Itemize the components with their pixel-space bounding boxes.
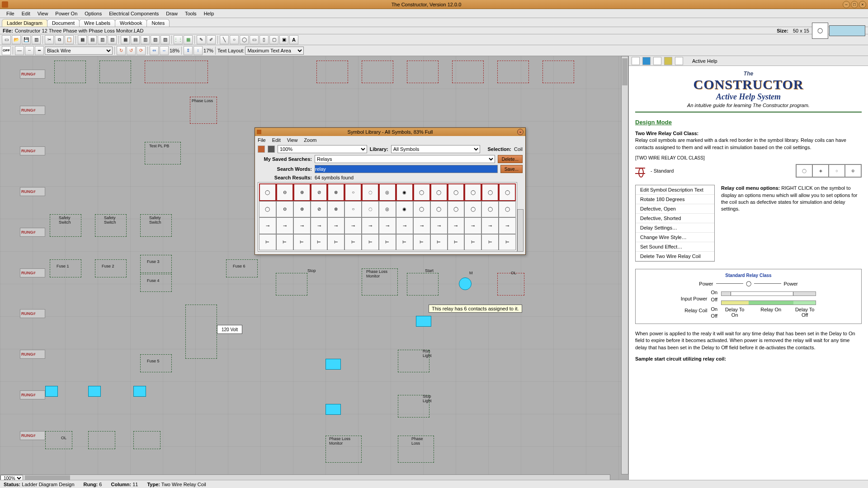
symbol-cell[interactable]: ◯: [464, 201, 481, 218]
rung-label[interactable]: RUNG#: [20, 106, 45, 115]
tb-layout-icon[interactable]: ▥: [32, 35, 41, 44]
ctx-item[interactable]: Delay Settings…: [636, 223, 714, 233]
tb-rot3-icon[interactable]: ⟳: [137, 46, 146, 55]
minimize-button[interactable]: –: [843, 1, 850, 8]
symbol-cell[interactable]: ◯: [448, 201, 465, 218]
symbol-cell[interactable]: ⊘: [311, 201, 328, 218]
symbol-cell[interactable]: ◌: [362, 183, 379, 201]
help-tb4-icon[interactable]: [664, 57, 672, 65]
symbol-cell[interactable]: ◯: [413, 183, 430, 201]
help-tb2-icon[interactable]: [642, 57, 651, 65]
symbol-cell[interactable]: ⊗: [327, 201, 344, 218]
transformer[interactable]: [185, 305, 217, 359]
symbol-cell[interactable]: ◎: [379, 183, 396, 201]
tab-notes[interactable]: Notes: [146, 19, 170, 27]
menu-file[interactable]: File: [3, 10, 18, 17]
symbol-cell[interactable]: ⊢: [481, 234, 499, 251]
rung-label[interactable]: RUNG#: [20, 70, 45, 79]
symbol-cell[interactable]: ◯: [259, 201, 276, 218]
tb-g8-icon[interactable]: ▧: [151, 35, 160, 44]
tb-v1-icon[interactable]: ⇕: [184, 46, 193, 55]
canvas-vscroll[interactable]: [621, 56, 628, 474]
symbol-cell[interactable]: ⊢: [464, 234, 481, 251]
symlib-menu-zoom[interactable]: Zoom: [304, 137, 316, 143]
help-tb5-icon[interactable]: [675, 57, 683, 65]
symlib-menu-edit[interactable]: Edit: [272, 137, 281, 143]
ctx-item[interactable]: Change Wire Style…: [636, 233, 714, 242]
tab-document[interactable]: Document: [47, 19, 80, 27]
tb-g7-icon[interactable]: ▥: [141, 35, 150, 44]
help-tb1-icon[interactable]: [632, 57, 640, 65]
symbol-cell[interactable]: ◯: [259, 183, 276, 201]
wire-color-select[interactable]: Black Wire: [45, 47, 113, 55]
tb-rect3-icon[interactable]: ▢: [269, 35, 278, 44]
symlib-save-button[interactable]: Save...: [500, 165, 523, 173]
tb-save-icon[interactable]: 💾: [22, 35, 31, 44]
tb-g6-icon[interactable]: ▤: [131, 35, 140, 44]
symbol-cell[interactable]: ○: [344, 183, 362, 201]
grid-cell[interactable]: [452, 61, 484, 83]
tab-workbook[interactable]: Workbook: [115, 19, 147, 27]
symlib-delete-button[interactable]: Delete...: [498, 155, 523, 163]
maximize-button[interactable]: □: [851, 1, 858, 8]
tb-open-icon[interactable]: 📂: [12, 35, 21, 44]
component[interactable]: [99, 61, 131, 83]
start-button[interactable]: [407, 273, 439, 296]
symlib-titlebar[interactable]: Symbol Library - All Symbols, 83% Full ×: [255, 128, 525, 136]
menu-help[interactable]: Help: [200, 10, 218, 17]
overload[interactable]: [133, 431, 160, 449]
rung-label[interactable]: RUNG#: [20, 431, 45, 440]
ctx-item[interactable]: Rotate 180 Degrees: [636, 195, 714, 204]
rung-label[interactable]: RUNG#: [20, 187, 45, 196]
tb-rect-icon[interactable]: ▭: [250, 35, 259, 44]
symbol-cell[interactable]: ⊸: [344, 217, 362, 234]
symbol-cell[interactable]: ⊢: [362, 234, 379, 251]
tb-g3-icon[interactable]: ▥: [98, 35, 107, 44]
grid-cell[interactable]: [497, 61, 529, 83]
fuse[interactable]: [140, 255, 172, 273]
symbol-cell[interactable]: ◉: [396, 183, 413, 201]
tb-rect4-icon[interactable]: ▣: [279, 35, 288, 44]
symlib-saved-select[interactable]: Relays: [315, 155, 495, 163]
symbol-cell[interactable]: ⊢: [396, 234, 413, 251]
symlib-vscroll[interactable]: [517, 209, 524, 252]
symlib-color1-icon[interactable]: [258, 145, 265, 153]
rung-label[interactable]: RUNG#: [20, 228, 45, 237]
symbol-cell[interactable]: ⊸: [362, 217, 379, 234]
tb-rot2-icon[interactable]: ↺: [127, 46, 136, 55]
symlib-menu-view[interactable]: View: [287, 137, 298, 143]
close-button[interactable]: ×: [859, 1, 866, 8]
symbol-cell[interactable]: ⊢: [276, 234, 293, 251]
symlib-close-button[interactable]: ×: [517, 129, 524, 135]
ctx-item[interactable]: Defective, Open: [636, 204, 714, 214]
contact-m[interactable]: [133, 386, 146, 397]
symbol-cell[interactable]: ◯: [499, 183, 516, 201]
tb-wire2-icon[interactable]: ┄: [25, 46, 34, 55]
off-button[interactable]: OFF: [2, 46, 11, 55]
fuse[interactable]: [95, 259, 127, 277]
symbol-cell[interactable]: ⊢: [499, 234, 516, 251]
tb-copy-icon[interactable]: ⧉: [55, 35, 64, 44]
menu-draw[interactable]: Draw: [162, 10, 181, 17]
symbol-cell[interactable]: ⊕: [293, 201, 311, 218]
tb-g4-icon[interactable]: ▧: [108, 35, 117, 44]
tb-h2-icon[interactable]: ↔: [160, 46, 169, 55]
contact-m[interactable]: [326, 404, 341, 415]
symbol-cell[interactable]: ⊘: [311, 183, 328, 201]
symbol-cell[interactable]: ⊸: [464, 217, 481, 234]
menu-power-on[interactable]: Power On: [52, 10, 81, 17]
symbol-cell[interactable]: ○: [344, 201, 362, 218]
symbol-cell[interactable]: ⊸: [311, 217, 328, 234]
grid-cell[interactable]: [542, 61, 574, 83]
symbol-cell[interactable]: ◌: [362, 201, 379, 218]
symbol-cell[interactable]: ⊸: [499, 217, 516, 234]
overload[interactable]: [45, 431, 72, 449]
symbol-cell[interactable]: ⊖: [276, 201, 293, 218]
fuse[interactable]: [50, 259, 81, 277]
symbol-cell[interactable]: ⊢: [344, 234, 362, 251]
overload[interactable]: [88, 431, 115, 449]
symbol-cell[interactable]: ⊸: [293, 217, 311, 234]
symlib-search-input[interactable]: [315, 165, 498, 173]
menu-view[interactable]: View: [34, 10, 52, 17]
grid-cell[interactable]: [407, 61, 439, 83]
